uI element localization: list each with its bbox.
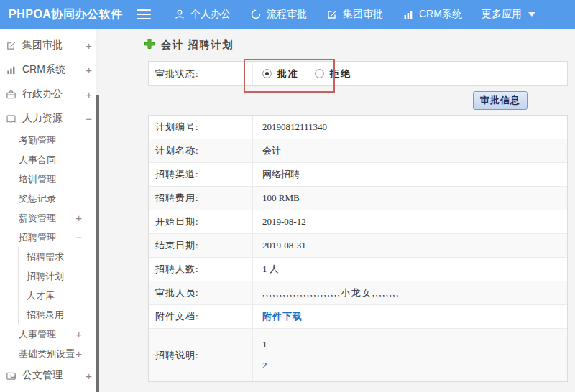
- sidebar-item-hr-mgmt[interactable]: 人事管理 +: [0, 325, 99, 344]
- approval-status-row: 审批状态: 批准 拒绝: [149, 62, 567, 85]
- field-value: 100 RMB: [253, 187, 567, 210]
- sidebar-label: 培训管理: [19, 173, 56, 186]
- field-label: 结束日期:: [149, 234, 253, 257]
- sidebar-label: 公文管理: [22, 369, 63, 382]
- radio-approve-label[interactable]: 批准: [277, 67, 299, 80]
- field-value: ,,,,,,,,,,,,,,,,,,,,,,,小龙女,,,,,,,,: [253, 281, 567, 304]
- field-value: 2019-08-31: [253, 234, 567, 257]
- field-value: 20190812111340: [253, 116, 567, 139]
- sidebar-label: 招聘需求: [27, 251, 64, 263]
- field-label: 审批人员:: [149, 281, 253, 304]
- sidebar-item-attendance[interactable]: 考勤管理: [0, 131, 99, 150]
- sidebar-label: 人才库: [27, 289, 55, 302]
- sidebar-item-vehicle-mgmt[interactable]: 用车管理 +: [0, 388, 99, 392]
- sidebar-label: 招聘录用: [27, 309, 64, 322]
- table-row-description: 招聘说明: 1 2: [149, 329, 567, 381]
- attachment-download-link[interactable]: 附件下载: [262, 310, 303, 323]
- field-value: 会计: [253, 139, 567, 162]
- nav-label: 集团审批: [343, 8, 383, 21]
- sidebar-item-rewards[interactable]: 奖惩记录: [0, 189, 99, 208]
- sidebar-item-recruit-mgmt[interactable]: 招聘管理 −: [0, 228, 99, 247]
- sidebar-label: 招聘计划: [27, 270, 64, 283]
- sidebar-label: 考勤管理: [19, 134, 56, 147]
- recruit-submenu: 招聘需求 招聘计划 人才库 招聘录用: [18, 247, 99, 325]
- sidebar-label: 人力资源: [22, 112, 63, 125]
- sidebar-item-group-approval[interactable]: 集团审批 +: [0, 33, 99, 57]
- sidebar-item-document-mgmt[interactable]: 公文管理 +: [0, 363, 99, 388]
- briefcase-icon: [6, 89, 17, 100]
- table-row-start-date: 开始日期: 2019-08-12: [149, 210, 567, 234]
- nav-label: 流程审批: [267, 8, 307, 21]
- sidebar-item-training[interactable]: 培训管理: [0, 169, 99, 189]
- field-label: 招聘费用:: [149, 187, 253, 210]
- collapse-icon[interactable]: −: [86, 113, 92, 125]
- expand-icon[interactable]: +: [86, 39, 92, 52]
- sidebar-label: 人事合同: [19, 154, 56, 167]
- field-value: 1 人: [253, 258, 567, 281]
- expand-icon[interactable]: +: [86, 64, 92, 76]
- radio-approve[interactable]: [262, 69, 272, 78]
- sidebar-label: 薪资管理: [19, 212, 56, 225]
- expand-icon[interactable]: +: [75, 347, 82, 360]
- recruit-plan-detail-table: 计划编号: 20190812111340 计划名称: 会计 招聘渠道: 网络招聘…: [148, 115, 568, 382]
- field-label: 招聘人数:: [149, 258, 253, 281]
- main-content: 会计 招聘计划 审批状态: 批准 拒绝: [99, 29, 575, 392]
- page-title: 会计 招聘计划: [161, 39, 234, 52]
- sidebar-item-salary[interactable]: 薪资管理 +: [0, 208, 99, 228]
- hamburger-menu-icon[interactable]: [137, 6, 151, 22]
- bar-chart-icon: [6, 65, 17, 75]
- nav-crm-system[interactable]: CRM系统: [402, 8, 462, 21]
- radio-reject-label[interactable]: 拒绝: [330, 67, 351, 80]
- sidebar-label: 招聘管理: [19, 231, 56, 244]
- expand-icon[interactable]: +: [86, 88, 92, 101]
- table-row-plan-no: 计划编号: 20190812111340: [149, 116, 567, 139]
- approval-radio-group: 批准 拒绝: [262, 67, 362, 80]
- sidebar-item-admin-office[interactable]: 行政办公 +: [0, 82, 99, 106]
- nav-label: 更多应用: [482, 8, 522, 21]
- topbar: PHPOA协同办公软件 个人办公 流程审批 集团审批 CRM系统 更多应用: [0, 0, 575, 29]
- field-label: 招聘渠道:: [149, 163, 253, 186]
- sidebar-label: 奖惩记录: [19, 192, 56, 205]
- nav-personal-office[interactable]: 个人办公: [174, 8, 231, 21]
- table-row-channel: 招聘渠道: 网络招聘: [149, 163, 567, 187]
- table-row-plan-name: 计划名称: 会计: [149, 139, 567, 163]
- field-label: 计划编号:: [149, 116, 253, 139]
- sidebar-label: 人事管理: [19, 328, 56, 341]
- collapse-icon[interactable]: −: [75, 231, 82, 243]
- sidebar-item-recruit-demand[interactable]: 招聘需求: [19, 247, 99, 266]
- sidebar-scrollbar[interactable]: [96, 29, 99, 392]
- nav-process-approval[interactable]: 流程审批: [250, 8, 307, 21]
- expand-icon[interactable]: +: [75, 328, 82, 340]
- sidebar-item-recruit-plan[interactable]: 招聘计划: [19, 266, 99, 286]
- table-row-attachment: 附件文档: 附件下载: [149, 305, 567, 329]
- add-plus-icon[interactable]: [144, 38, 155, 52]
- nav-group-approval[interactable]: 集团审批: [326, 8, 383, 21]
- sidebar-item-recruit-hire[interactable]: 招聘录用: [19, 305, 99, 325]
- radio-reject[interactable]: [315, 69, 324, 78]
- page-header: 会计 招聘计划: [144, 29, 568, 61]
- sidebar-item-base-category[interactable]: 基础类别设置 +: [0, 344, 99, 363]
- caret-down-icon: [528, 12, 535, 17]
- nav-label: CRM系统: [419, 8, 462, 21]
- expand-icon[interactable]: +: [86, 370, 92, 382]
- nav-more-apps[interactable]: 更多应用: [482, 8, 535, 21]
- table-row-cost: 招聘费用: 100 RMB: [149, 187, 567, 210]
- field-label: 开始日期:: [149, 210, 253, 233]
- edit-square-icon: [326, 9, 338, 20]
- sidebar-item-human-resources[interactable]: 人力资源 −: [0, 106, 99, 131]
- user-icon: [174, 9, 185, 20]
- sidebar-label: 基础类别设置: [19, 347, 75, 360]
- field-value: 2019-08-12: [253, 210, 567, 233]
- field-label: 附件文档:: [149, 305, 253, 328]
- approval-info-button[interactable]: 审批信息: [473, 91, 528, 110]
- description-line: 1: [262, 339, 267, 350]
- field-label: 计划名称:: [149, 139, 253, 162]
- expand-icon[interactable]: +: [75, 212, 82, 224]
- sidebar-item-talent-pool[interactable]: 人才库: [19, 286, 99, 305]
- sidebar-item-crm[interactable]: CRM系统 +: [0, 57, 99, 82]
- scrollbar-thumb[interactable]: [96, 95, 99, 392]
- description-line: 2: [262, 360, 267, 371]
- sidebar-item-hr-contract[interactable]: 人事合同: [0, 150, 99, 169]
- approval-status-table: 审批状态: 批准 拒绝: [148, 61, 568, 86]
- table-row-end-date: 结束日期: 2019-08-31: [149, 234, 567, 258]
